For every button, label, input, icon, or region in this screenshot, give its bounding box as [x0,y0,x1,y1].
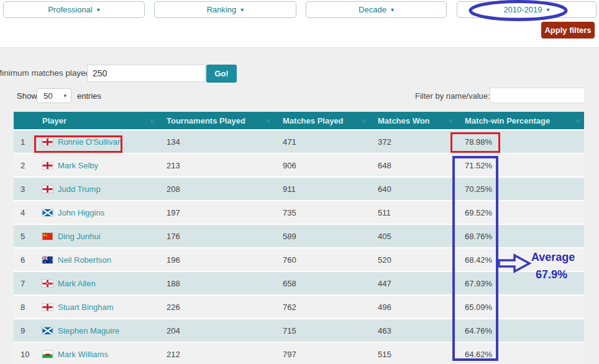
match-win-pct-cell: 68.42% [457,248,584,271]
tournaments-cell: 226 [158,296,275,318]
player-link[interactable]: Judd Trump [58,184,101,194]
matches-played-cell: 906 [275,154,370,176]
dropdown-professional[interactable]: Professional ▾ [3,1,145,18]
player-cell: Neil Robertson [34,248,158,271]
header-label: Matches Played [283,116,344,125]
match-win-pct-cell: 68.76% [457,225,584,247]
table-header-row: Player ↑↓ Tournaments Played ↑↓ Matches … [14,112,584,130]
header-matches-played[interactable]: Matches Played ↑↓ [275,112,370,129]
rank-cell: 4 [14,201,34,224]
rank-cell: 1 [14,130,34,153]
matches-played-cell: 715 [275,319,370,342]
table-row: 2 Mark Selby 213 906 648 71.52% [14,154,584,178]
player-cell: Mark Selby [34,154,158,176]
player-link[interactable]: Ding Junhui [58,232,101,241]
matches-played-cell: 911 [275,178,370,200]
player-link[interactable]: Ronnie O'Sullivan [58,137,122,147]
header-tournaments-played[interactable]: Tournaments Played ↑↓ [158,112,275,129]
chevron-down-icon: ▾ [240,7,244,13]
header-label: Tournaments Played [167,116,245,125]
tournaments-cell: 197 [158,201,275,224]
tournaments-cell: 212 [158,343,275,364]
rank-cell: 3 [14,178,34,200]
tournaments-cell: 213 [158,154,275,176]
tournaments-cell: 196 [158,248,275,271]
table-row: 5 Ding Junhui 176 589 405 68.76% [14,225,584,248]
player-link[interactable]: Stephen Maguire [58,326,119,335]
rank-cell: 10 [14,343,34,364]
filter-by-name-label: Filter by name/value: [415,91,490,101]
header-label: Matches Won [378,116,430,125]
dropdown-label: 2010-2019 [503,5,542,14]
table-row: 9 Stephen Maguire 204 715 463 64.76% [14,319,584,343]
player-cell: Ding Junhui [34,225,158,247]
dropdown-label: Professional [48,5,93,14]
player-link[interactable]: Stuart Bingham [58,303,114,312]
matches-won-cell: 405 [370,225,457,247]
player-cell: Mark Allen [34,272,158,294]
dropdown-decade[interactable]: Decade ▾ [306,1,447,18]
player-cell: Judd Trump [34,178,158,200]
match-win-pct-cell: 64.62% [457,343,584,364]
header-match-win-percentage[interactable]: Match-win Percentage ↑↓ [457,112,584,129]
header-label: Player [42,116,66,125]
flag-scotland-icon [42,209,53,216]
matches-won-cell: 640 [370,178,457,200]
show-label: Show [17,91,37,101]
tournaments-cell: 176 [158,225,275,247]
matches-played-cell: 760 [275,248,370,271]
header-player[interactable]: Player ↑↓ [34,112,158,129]
match-win-pct-cell: 67.93% [457,272,584,294]
match-win-pct-cell: 70.25% [457,178,584,200]
header-label: Match-win Percentage [465,116,550,125]
entries-label: entries [77,91,101,101]
matches-won-cell: 463 [370,319,457,342]
header-matches-won[interactable]: Matches Won ↑↓ [370,112,457,129]
rank-cell: 8 [14,296,34,318]
chevron-down-icon: ▾ [97,7,100,13]
player-link[interactable]: Neil Robertson [58,255,111,265]
flag-england-icon [42,186,53,193]
player-cell: John Higgins [34,201,158,224]
flag-wales-icon [42,351,53,358]
flag-england-icon [42,162,53,169]
match-win-pct-cell: 69.52% [457,201,584,224]
filter-by-name-input[interactable] [490,88,585,103]
matches-played-cell: 471 [275,130,370,153]
flag-china-icon [42,233,53,240]
table-row: 7 Mark Allen 188 658 447 67.93% [14,272,584,296]
sort-icon: ↑↓ [575,117,579,124]
player-link[interactable]: John Higgins [58,208,104,217]
player-link[interactable]: Mark Selby [58,161,98,170]
min-matches-input[interactable] [87,65,206,82]
entries-per-page-select[interactable]: 50 ▾ [37,88,71,103]
tournaments-cell: 208 [158,178,275,200]
flag-scotland-icon [42,327,53,334]
flag-england-icon [42,139,53,145]
matches-played-cell: 735 [275,201,370,224]
tournaments-cell: 204 [158,319,275,342]
chevron-down-icon: ▾ [63,93,66,99]
player-link[interactable]: Mark Allen [58,279,96,288]
matches-won-cell: 515 [370,343,457,364]
matches-won-cell: 372 [370,130,457,153]
matches-won-cell: 447 [370,272,457,294]
flag-australia-icon [42,257,53,263]
matches-played-cell: 762 [275,296,370,318]
player-link[interactable]: Mark Williams [58,350,108,359]
apply-filters-button[interactable]: Apply filters [541,22,595,39]
dropdown-ranking[interactable]: Ranking ▾ [154,1,296,18]
matches-won-cell: 648 [370,154,457,176]
matches-won-cell: 496 [370,296,457,318]
match-win-pct-cell: 64.76% [457,319,584,342]
matches-won-cell: 520 [370,248,457,271]
table-row: 8 Stuart Bingham 226 762 496 65.09% [14,296,584,319]
match-win-pct-cell: 71.52% [457,154,584,176]
matches-played-cell: 658 [275,272,370,294]
go-button[interactable]: Go! [206,65,237,83]
dropdown-label: Ranking [207,5,237,14]
table-row: 6 Neil Robertson 196 760 520 68.42% [14,248,584,272]
table-row: 3 Judd Trump 208 911 640 70.25% [14,178,584,201]
dropdown-decade-value[interactable]: 2010-2019 ▾ [457,1,597,18]
player-cell: Mark Williams [34,343,158,364]
